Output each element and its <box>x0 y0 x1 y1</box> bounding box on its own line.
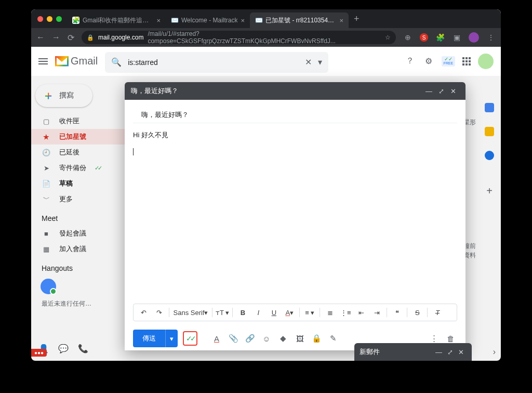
attach-icon[interactable]: 📎 <box>227 332 240 345</box>
search-box[interactable]: 🔍 ✕ ▾ <box>105 52 328 73</box>
send-button[interactable]: 傳送 <box>133 330 165 347</box>
new-tab-button[interactable]: + <box>349 14 365 24</box>
gmail-wordmark: Gmail <box>71 55 98 67</box>
unordered-list-button[interactable]: ⋮≡ <box>339 306 352 319</box>
minimized-compose-bar[interactable]: 新郵件 — ⤢ ✕ <box>354 343 472 361</box>
double-check-icon: ✓✓ <box>186 334 194 343</box>
send-options-button[interactable]: ▾ <box>165 330 178 347</box>
text-format-toggle[interactable]: A <box>210 332 223 345</box>
hangouts-chat-icon[interactable]: 💬 <box>58 344 69 353</box>
ordered-list-button[interactable]: ≣ <box>323 306 337 319</box>
quote-button[interactable]: ❝ <box>390 306 404 319</box>
search-options-icon[interactable]: ▾ <box>318 57 322 67</box>
font-size-button[interactable]: ᴛT ▾ <box>216 306 229 319</box>
clear-icon[interactable]: ✕ <box>305 57 312 67</box>
expand-icon[interactable]: ⤢ <box>445 348 456 356</box>
url-path: /mail/u/1/#starred?compose=CSkGSFfgrpQzr… <box>148 31 381 44</box>
sidebar-item-inbox[interactable]: ▢收件匣 <box>31 113 135 129</box>
hangouts-status: 最近未進行任何… <box>31 294 135 308</box>
underline-button[interactable]: U <box>267 306 281 319</box>
emoji-icon[interactable]: ☺ <box>260 332 273 345</box>
link-icon[interactable]: 🔗 <box>243 332 257 345</box>
pocket-icon[interactable]: ⊕ <box>403 33 413 42</box>
strike-button[interactable]: S <box>410 306 424 319</box>
search-input[interactable] <box>128 58 299 67</box>
text-cursor <box>133 148 134 155</box>
mailtrack-badge[interactable]: ✓✓FREE <box>442 56 455 67</box>
close-icon[interactable]: × <box>339 17 343 24</box>
back-button[interactable]: ← <box>36 33 45 42</box>
ext-badge[interactable]: S <box>420 33 428 42</box>
tab-2[interactable]: ✉️ 已加星號 - rr821103542@gmail… × <box>250 12 349 28</box>
compose-titlebar[interactable]: 嗨，最近好嗎？ — ⤢ ✕ <box>125 82 466 100</box>
sidebar: ＋ 撰寫 ▢收件匣 ★已加星號 🕘已延後 ➤寄件備份✓✓ 📄草稿 ﹀更多 Mee… <box>31 76 135 361</box>
forward-button[interactable]: → <box>52 33 60 42</box>
support-icon[interactable]: ？ <box>404 56 416 67</box>
clear-format-button[interactable]: T̶ <box>431 306 444 319</box>
indent-less-button[interactable]: ⇤ <box>354 306 368 319</box>
account-avatar[interactable] <box>478 54 494 69</box>
apps-icon[interactable] <box>462 57 471 66</box>
tab-title: Gmail和收件箱郵件追蹤：電子郵… <box>83 16 153 25</box>
settings-icon[interactable]: ⚙ <box>423 56 434 67</box>
sidebar-item-snoozed[interactable]: 🕘已延後 <box>31 145 135 160</box>
minimize-icon[interactable]: — <box>433 348 445 356</box>
sidebar-item-drafts[interactable]: 📄草稿 <box>31 176 135 191</box>
tab-1[interactable]: ✉️ Welcome - Mailtrack × <box>166 12 250 28</box>
compose-window: 嗨，最近好嗎？ — ⤢ ✕ 嗨，最近好嗎？ Hi 好久不見 ↶ ↷ Sans S… <box>125 82 466 350</box>
format-toolbar: ↶ ↷ Sans Serif ▾ ᴛT ▾ B I U A ▾ ≡ ▾ ≣ ⋮≡… <box>133 304 457 321</box>
sidebar-item-starred[interactable]: ★已加星號 <box>31 129 135 145</box>
redo-button[interactable]: ↷ <box>152 306 166 319</box>
gmail-icon <box>55 56 69 67</box>
compose-body[interactable]: Hi 好久不見 <box>125 123 466 304</box>
profile-avatar[interactable] <box>469 32 479 43</box>
extensions-icon[interactable]: 🧩 <box>435 33 445 42</box>
text-color-button[interactable]: A ▾ <box>283 306 296 319</box>
hangouts-avatar[interactable] <box>41 279 56 294</box>
minimize-icon[interactable]: — <box>422 87 435 95</box>
chrome-menu-icon[interactable]: ⋮ <box>486 33 496 42</box>
align-button[interactable]: ≡ ▾ <box>303 306 316 319</box>
confidential-icon[interactable]: 🔒 <box>310 332 323 345</box>
close-icon[interactable]: × <box>156 17 161 24</box>
close-icon[interactable]: ✕ <box>447 87 459 95</box>
compose-title: 嗨，最近好嗎？ <box>131 86 178 96</box>
window-close[interactable] <box>37 16 43 22</box>
window-minimize[interactable] <box>47 16 52 22</box>
tab-0[interactable]: 🧩 Gmail和收件箱郵件追蹤：電子郵… × <box>67 12 166 28</box>
bold-button[interactable]: B <box>236 306 249 319</box>
indent-more-button[interactable]: ⇥ <box>370 306 383 319</box>
meet-start[interactable]: ■發起會議 <box>31 226 135 241</box>
rail-collapse-icon[interactable]: › <box>493 347 496 357</box>
add-addon-button[interactable]: + <box>486 185 493 197</box>
close-icon[interactable]: × <box>241 17 245 24</box>
meet-section-title: Meet <box>31 207 135 226</box>
cast-icon[interactable]: ▣ <box>452 33 461 42</box>
window-maximize[interactable] <box>56 16 62 22</box>
italic-button[interactable]: I <box>251 306 265 319</box>
main-menu-button[interactable] <box>38 58 48 64</box>
font-select[interactable]: Sans Serif ▾ <box>172 306 209 319</box>
sidebar-item-more[interactable]: ﹀更多 <box>31 191 135 207</box>
gmail-logo[interactable]: Gmail <box>55 55 98 67</box>
star-icon[interactable]: ☆ <box>385 34 391 41</box>
drive-icon[interactable]: ◆ <box>276 332 290 345</box>
close-icon[interactable]: ✕ <box>456 348 467 356</box>
clock-icon: 🕘 <box>42 149 51 156</box>
hangouts-phone-icon[interactable]: 📞 <box>78 344 88 353</box>
star-icon: ★ <box>42 133 51 141</box>
reload-button[interactable]: ⟳ <box>68 33 74 43</box>
signature-icon[interactable]: ✎ <box>326 332 340 345</box>
undo-button[interactable]: ↶ <box>137 306 150 319</box>
tasks-icon[interactable] <box>485 151 494 160</box>
expand-icon[interactable]: ⤢ <box>435 87 447 95</box>
mailtrack-button[interactable]: ✓✓ <box>183 331 197 346</box>
compose-button[interactable]: ＋ 撰寫 <box>35 84 92 107</box>
sidebar-item-sent[interactable]: ➤寄件備份✓✓ <box>31 160 135 176</box>
calendar-icon[interactable] <box>485 103 494 112</box>
image-icon[interactable]: 🖼 <box>293 332 307 345</box>
keep-icon[interactable] <box>485 127 494 136</box>
subject-field[interactable]: 嗨，最近好嗎？ <box>133 107 457 123</box>
meet-join[interactable]: ▦加入會議 <box>31 241 135 257</box>
address-bar[interactable]: 🔒 mail.google.com/mail/u/1/#starred?comp… <box>82 31 396 44</box>
